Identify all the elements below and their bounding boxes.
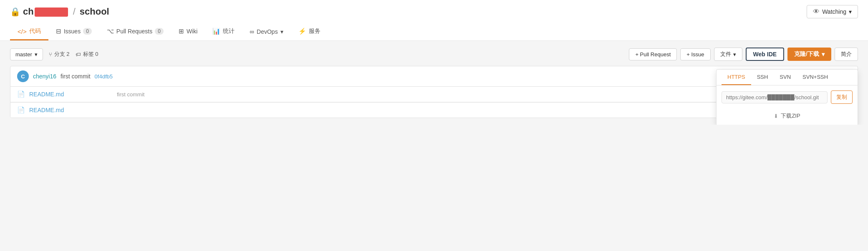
clone-tabs: HTTPS SSH SVN SVN+SSH <box>717 70 858 85</box>
clone-button[interactable]: 克隆/下载 ▾ <box>787 48 831 61</box>
clone-tab-svnssh-label: SVN+SSH <box>802 74 828 80</box>
tab-wiki[interactable]: ⊞ Wiki <box>171 23 205 40</box>
repo-nav: </> 代码 ⊟ Issues 0 ⌥ Pull Requests 0 ⊞ Wi… <box>10 23 858 40</box>
repo-separator: / <box>73 6 76 17</box>
commit-author[interactable]: chenyi16 <box>33 73 56 80</box>
tab-service-label: 服务 <box>309 28 320 35</box>
pr-icon: ⌥ <box>107 28 114 35</box>
tab-pullrequests[interactable]: ⌥ Pull Requests 0 <box>99 23 171 40</box>
clone-tab-svn[interactable]: SVN <box>774 70 797 85</box>
watching-dropdown-arrow: ▾ <box>849 8 852 15</box>
tags-label: 标签 0 <box>83 50 98 58</box>
clone-url-row: 复制 <box>717 85 858 108</box>
webide-label: Web IDE <box>753 51 777 58</box>
branch-selector[interactable]: master ▾ <box>10 48 43 60</box>
branch-fork-icon: ⑂ <box>49 51 52 58</box>
code-icon: </> <box>18 28 27 35</box>
repo-header: 🔒 ch / school 👁 Watching ▾ </> 代码 ⊟ Issu… <box>0 0 868 41</box>
file-dropdown-arrow: ▾ <box>733 51 736 58</box>
clone-tab-svn-label: SVN <box>780 74 791 80</box>
toolbar-row: master ▾ ⑂ 分支 2 🏷 标签 0 + Pull Request <box>10 48 858 61</box>
devops-dropdown-arrow: ▾ <box>280 28 283 35</box>
commit-message[interactable]: first commit <box>61 73 91 80</box>
clone-url-input[interactable] <box>722 91 828 103</box>
readme-icon: 📄 <box>17 106 25 114</box>
avatar: C <box>17 70 29 82</box>
service-icon: ⚡ <box>298 28 306 35</box>
tab-devops[interactable]: ∞ DevOps ▾ <box>242 24 290 40</box>
issues-badge: 0 <box>83 28 92 35</box>
jianjie-button[interactable]: 简介 <box>835 48 858 61</box>
devops-icon: ∞ <box>250 28 254 35</box>
tag-icon: 🏷 <box>76 51 81 58</box>
clone-dropdown-arrow: ▾ <box>822 51 825 58</box>
copy-label: 复制 <box>836 94 847 100</box>
lock-icon: 🔒 <box>10 7 20 17</box>
tab-service[interactable]: ⚡ 服务 <box>291 23 328 40</box>
stats-icon: 📊 <box>212 28 220 35</box>
clone-tab-https[interactable]: HTTPS <box>722 70 751 85</box>
repo-title-row: 🔒 ch / school 👁 Watching ▾ <box>10 5 858 23</box>
clone-tab-svnssh[interactable]: SVN+SSH <box>797 70 834 85</box>
clone-tab-ssh[interactable]: SSH <box>751 70 774 85</box>
copy-button[interactable]: 复制 <box>831 90 853 104</box>
branch-info: ⑂ 分支 2 🏷 标签 0 <box>49 50 98 58</box>
file-name[interactable]: README.md <box>29 91 113 98</box>
toolbar-right: + Pull Request + Issue 文件 ▾ Web IDE 克隆/下… <box>629 48 858 61</box>
jianjie-label: 简介 <box>841 51 852 57</box>
branches-label: 分支 2 <box>54 50 70 58</box>
repo-name: school <box>80 6 109 17</box>
main-content: master ▾ ⑂ 分支 2 🏷 标签 0 + Pull Request <box>0 41 868 125</box>
issue-label: + Issue <box>686 51 704 58</box>
tab-code[interactable]: </> 代码 <box>10 23 48 40</box>
commit-hash[interactable]: 0f4dfb5 <box>95 73 113 80</box>
redacted-owner <box>35 8 68 17</box>
clone-tab-ssh-label: SSH <box>757 74 768 80</box>
tab-pr-label: Pull Requests <box>116 28 152 35</box>
toolbar-left: master ▾ ⑂ 分支 2 🏷 标签 0 <box>10 48 98 60</box>
download-zip-row[interactable]: ⬇ 下载ZIP <box>717 108 858 125</box>
tab-stats[interactable]: 📊 统计 <box>205 23 242 40</box>
webide-button[interactable]: Web IDE <box>746 48 785 61</box>
tags-count-item[interactable]: 🏷 标签 0 <box>76 50 98 58</box>
tab-issues-label: Issues <box>64 28 81 35</box>
issues-icon: ⊟ <box>56 28 61 35</box>
wiki-icon: ⊞ <box>179 28 184 35</box>
repo-title: 🔒 ch / school <box>10 6 109 17</box>
file-button[interactable]: 文件 ▾ <box>714 48 742 61</box>
eye-icon: 👁 <box>813 8 820 15</box>
tab-devops-label: DevOps <box>257 28 278 35</box>
tab-issues[interactable]: ⊟ Issues 0 <box>48 23 99 40</box>
tab-code-label: 代码 <box>29 28 41 35</box>
clone-label: 克隆/下载 <box>794 50 819 58</box>
clone-panel: HTTPS SSH SVN SVN+SSH 复制 ⬇ 下载ZIP <box>716 69 858 125</box>
file-label: 文件 <box>720 50 731 58</box>
tab-stats-label: 统计 <box>223 28 235 35</box>
download-zip-label: 下载ZIP <box>781 112 800 120</box>
tab-wiki-label: Wiki <box>187 28 197 35</box>
branch-name: master <box>15 51 32 58</box>
readme-filename[interactable]: README.md <box>29 107 113 113</box>
watching-label: Watching <box>822 8 846 15</box>
issue-button[interactable]: + Issue <box>680 48 710 60</box>
pr-badge: 0 <box>155 28 164 35</box>
repo-owner: ch <box>23 6 69 17</box>
clone-tab-https-label: HTTPS <box>727 74 745 80</box>
pull-request-button[interactable]: + Pull Request <box>629 48 677 60</box>
file-icon: 📄 <box>17 90 25 98</box>
branches-count-item[interactable]: ⑂ 分支 2 <box>49 50 70 58</box>
download-icon: ⬇ <box>774 113 778 119</box>
branch-dropdown-arrow: ▾ <box>35 51 38 58</box>
pull-request-label: + Pull Request <box>635 51 671 58</box>
watching-button[interactable]: 👁 Watching ▾ <box>807 5 858 18</box>
